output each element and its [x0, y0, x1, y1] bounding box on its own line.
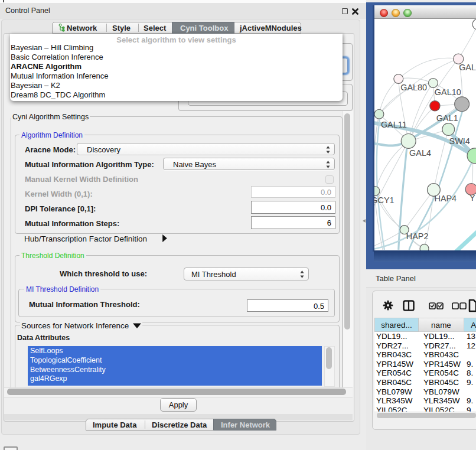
- svg-text:GAL80: GAL80: [400, 83, 427, 92]
- svg-text:HAP2: HAP2: [406, 231, 429, 241]
- svg-text:HAP4: HAP4: [434, 194, 457, 203]
- svg-text:Y: Y: [470, 193, 475, 203]
- svg-text:GAL7: GAL7: [459, 63, 476, 72]
- svg-text:SWI4: SWI4: [449, 136, 470, 146]
- svg-text:GCY1: GCY1: [374, 195, 395, 205]
- svg-text:GAL1: GAL1: [436, 113, 458, 123]
- svg-text:GAL11: GAL11: [381, 120, 407, 129]
- svg-text:GAL10: GAL10: [435, 87, 461, 97]
- svg-text:GAL4: GAL4: [409, 148, 431, 158]
